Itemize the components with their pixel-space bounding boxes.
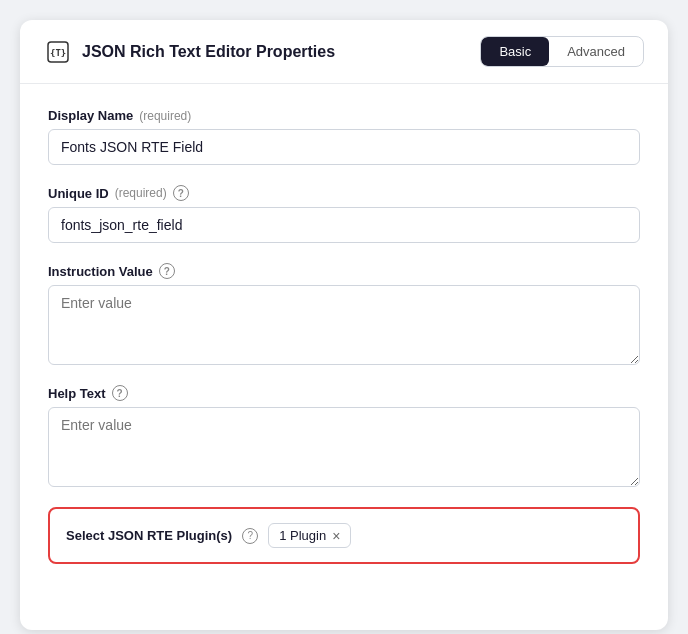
- plugin-section: Select JSON RTE Plugin(s) ? 1 Plugin ×: [48, 507, 640, 564]
- help-text-label: Help Text ?: [48, 385, 640, 401]
- panel-body: Display Name (required) Unique ID (requi…: [20, 84, 668, 588]
- plugin-tag-label: 1 Plugin: [279, 528, 326, 543]
- help-text-textarea[interactable]: [48, 407, 640, 487]
- unique-id-help-icon[interactable]: ?: [173, 185, 189, 201]
- properties-panel: {T} JSON Rich Text Editor Properties Bas…: [20, 20, 668, 630]
- svg-text:{T}: {T}: [50, 48, 66, 58]
- title-group: {T} JSON Rich Text Editor Properties: [44, 38, 335, 66]
- unique-id-label: Unique ID (required) ?: [48, 185, 640, 201]
- plugin-label: Select JSON RTE Plugin(s): [66, 528, 232, 543]
- help-text-help-icon[interactable]: ?: [112, 385, 128, 401]
- unique-id-input[interactable]: [48, 207, 640, 243]
- plugin-tag: 1 Plugin ×: [268, 523, 351, 548]
- panel-header: {T} JSON Rich Text Editor Properties Bas…: [20, 20, 668, 84]
- help-text-field-group: Help Text ?: [48, 385, 640, 487]
- tab-advanced[interactable]: Advanced: [549, 37, 643, 66]
- json-rte-icon: {T}: [44, 38, 72, 66]
- display-name-field-group: Display Name (required): [48, 108, 640, 165]
- unique-id-field-group: Unique ID (required) ?: [48, 185, 640, 243]
- plugin-tag-close-icon[interactable]: ×: [332, 529, 340, 543]
- instruction-value-textarea[interactable]: [48, 285, 640, 365]
- instruction-value-label: Instruction Value ?: [48, 263, 640, 279]
- panel-title: JSON Rich Text Editor Properties: [82, 43, 335, 61]
- unique-id-required: (required): [115, 186, 167, 200]
- display-name-input[interactable]: [48, 129, 640, 165]
- display-name-required: (required): [139, 109, 191, 123]
- instruction-value-field-group: Instruction Value ?: [48, 263, 640, 365]
- plugin-help-icon[interactable]: ?: [242, 528, 258, 544]
- tab-group: Basic Advanced: [480, 36, 644, 67]
- instruction-value-help-icon[interactable]: ?: [159, 263, 175, 279]
- tab-basic[interactable]: Basic: [481, 37, 549, 66]
- display-name-label: Display Name (required): [48, 108, 640, 123]
